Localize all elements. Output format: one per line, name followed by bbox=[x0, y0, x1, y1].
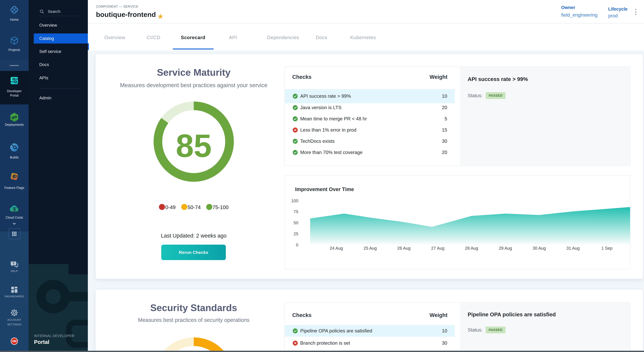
svg-text:25 Aug: 25 Aug bbox=[364, 246, 377, 251]
svg-text:85: 85 bbox=[176, 128, 212, 164]
svg-text:0: 0 bbox=[296, 243, 298, 247]
svg-text:$: $ bbox=[13, 206, 16, 212]
svg-text:31 Aug: 31 Aug bbox=[566, 246, 580, 251]
svg-text:75: 75 bbox=[294, 209, 298, 214]
svg-text:29 Aug: 29 Aug bbox=[499, 246, 512, 251]
svg-text:?: ? bbox=[12, 262, 14, 266]
svg-text:100: 100 bbox=[291, 198, 298, 203]
svg-text:26 Aug: 26 Aug bbox=[397, 246, 410, 251]
svg-text:24 Aug: 24 Aug bbox=[330, 246, 343, 251]
svg-text:27 Aug: 27 Aug bbox=[431, 246, 444, 251]
svg-text:25: 25 bbox=[294, 232, 298, 236]
svg-text:50: 50 bbox=[294, 220, 298, 225]
svg-text:28 Aug: 28 Aug bbox=[465, 246, 478, 251]
svg-text:1 Sep: 1 Sep bbox=[601, 246, 612, 251]
svg-text:30 Aug: 30 Aug bbox=[533, 246, 546, 251]
